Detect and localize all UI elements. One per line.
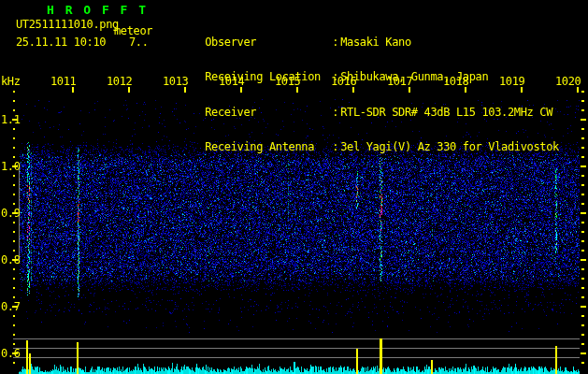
info-value: 3el Yagi(V) Az 330 for Vladivostok [340, 141, 559, 152]
info-row-location: Receiving Location:Shibukawa, Gunma, Jap… [166, 60, 587, 72]
time-label: 1011 [50, 76, 79, 87]
time-label: 1018 [443, 76, 471, 87]
info-separator: : [332, 36, 340, 48]
info-separator: : [332, 141, 340, 152]
freq-label: 1.1 [1, 114, 22, 125]
freq-label: 1.0 [1, 161, 22, 172]
time-label: 1020 [555, 76, 583, 87]
info-row-receiver: Receiver:RTL-SDR SDR# 43dB L15 103.2MHz … [166, 95, 587, 108]
info-label: Receiver [205, 107, 332, 118]
time-label: 1017 [387, 76, 415, 87]
info-value: Masaki Kano [340, 36, 411, 48]
freq-label: 0.7 [1, 301, 22, 312]
time-label: 1019 [499, 76, 527, 87]
hrofft-screen: H R O F F T UT2511111010.png meteor 25.1… [0, 0, 588, 374]
info-value: RTL-SDR SDR# 43dB L15 103.2MHz CW [340, 107, 552, 118]
time-label: 1015 [275, 76, 303, 87]
info-label: Observer [205, 36, 332, 48]
info-label: Receiving Antenna [205, 141, 332, 152]
freq-axis-unit: kHz [1, 76, 21, 87]
time-label: 1012 [107, 76, 135, 87]
time-label: 1013 [163, 76, 191, 87]
time-label: 1014 [219, 76, 247, 87]
info-row-antenna: Receiving Antenna:3el Yagi(V) Az 330 for… [166, 130, 587, 142]
freq-label: 0.9 [1, 208, 22, 219]
datetime-label: 25.11.11 10:10 [16, 36, 106, 48]
output-filename: UT2511111010.png [16, 19, 119, 30]
info-separator: : [332, 107, 340, 118]
app-title: H R O F F T [47, 4, 148, 17]
freq-label: 0.8 [1, 254, 22, 266]
time-label: 1016 [331, 76, 359, 87]
count-label: 7.. [129, 36, 149, 48]
freq-label: 0.6 [1, 348, 22, 359]
info-row-observer: Observer:Masaki Kano [166, 25, 587, 37]
